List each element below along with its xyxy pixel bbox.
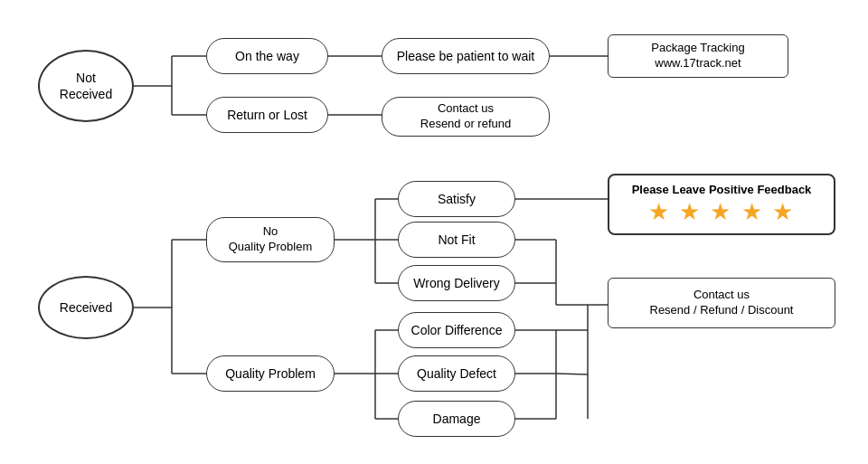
contact-resend-refund-label: Contact us Resend or refund [420, 101, 511, 132]
quality-problem-label: Quality Problem [225, 365, 316, 382]
color-difference-node: Color Difference [398, 312, 515, 348]
received-node: Received [38, 276, 134, 339]
damage-node: Damage [398, 401, 515, 437]
wrong-delivery-label: Wrong Delivery [413, 275, 499, 291]
satisfy-label: Satisfy [438, 191, 476, 207]
contact-resend-refund2-label: Contact us Resend / Refund / Discount [650, 288, 794, 318]
feedback-stars: ★ ★ ★ ★ ★ [622, 198, 821, 226]
return-or-lost-label: Return or Lost [227, 107, 307, 123]
feedback-title: Please Leave Positive Feedback [622, 183, 821, 196]
received-label: Received [60, 299, 112, 316]
quality-defect-label: Quality Defect [417, 365, 496, 382]
color-difference-label: Color Difference [411, 322, 503, 338]
package-tracking-node: Package Tracking www.17track.net [608, 34, 788, 78]
quality-problem-node: Quality Problem [206, 355, 335, 392]
wrong-delivery-node: Wrong Delivery [398, 265, 515, 301]
damage-label: Damage [433, 411, 481, 427]
svg-line-33 [556, 374, 588, 374]
contact-resend-refund-node: Contact us Resend or refund [382, 97, 550, 137]
quality-defect-node: Quality Defect [398, 355, 515, 392]
on-the-way-label: On the way [235, 48, 299, 64]
no-quality-problem-node: No Quality Problem [206, 217, 335, 262]
patient-node: Please be patient to wait [382, 38, 550, 74]
feedback-box: Please Leave Positive Feedback ★ ★ ★ ★ ★ [608, 174, 835, 235]
on-the-way-node: On the way [206, 38, 328, 74]
not-fit-label: Not Fit [438, 232, 475, 248]
return-or-lost-node: Return or Lost [206, 97, 328, 133]
diagram: Not Received On the way Return or Lost P… [0, 0, 868, 464]
not-received-label: Not Received [60, 70, 112, 102]
patient-label: Please be patient to wait [397, 48, 535, 64]
not-fit-node: Not Fit [398, 222, 515, 258]
not-received-node: Not Received [38, 50, 134, 122]
package-tracking-label: Package Tracking www.17track.net [651, 41, 744, 71]
satisfy-node: Satisfy [398, 181, 515, 217]
no-quality-problem-label: No Quality Problem [229, 224, 312, 255]
contact-resend-refund2-node: Contact us Resend / Refund / Discount [608, 278, 835, 328]
